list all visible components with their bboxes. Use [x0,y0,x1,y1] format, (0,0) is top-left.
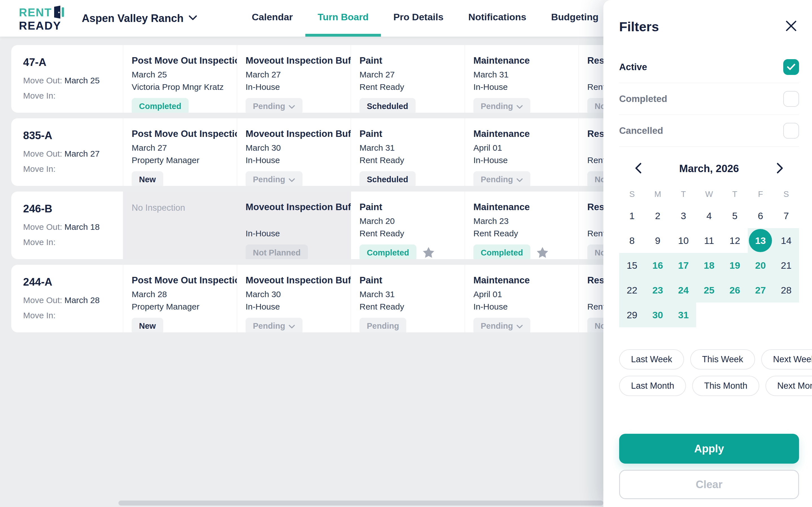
task-date [587,70,603,80]
quick-range-last-week[interactable]: Last Week [619,349,684,370]
unit-title: 47-A [23,56,123,68]
star-icon[interactable] [537,247,548,259]
calendar-day-30[interactable]: 30 [645,302,670,327]
calendar-day-22[interactable]: 22 [619,278,645,302]
chevron-down-icon [516,175,523,184]
quick-range-next-week[interactable]: Next Week [761,349,812,370]
calendar-day-2[interactable]: 2 [645,203,670,228]
calendar-empty-cell [722,302,748,327]
checkbox-completed[interactable] [783,91,799,107]
tab-turn-board[interactable]: Turn Board [305,0,381,37]
task-badge-row: New [132,171,237,186]
calendar-day-25[interactable]: 25 [696,278,722,302]
calendar-day-7[interactable]: 7 [773,203,799,228]
quick-range-next-month[interactable]: Next Month [765,376,812,396]
move-out-line: Move Out:March 28 [23,295,123,305]
calendar-day-19[interactable]: 19 [722,253,748,278]
move-in-label: Move In: [23,311,56,320]
calendar-day-12[interactable]: 12 [722,228,748,253]
status-badge-pending[interactable]: Pending [246,171,303,186]
status-badge-pending[interactable]: Pending [473,318,530,332]
task-date [246,216,351,226]
chevron-down-icon [289,321,295,331]
task-cell-paint: PaintMarch 31Rent ReadyPending [351,265,465,332]
star-icon[interactable] [423,247,435,259]
tab-calendar[interactable]: Calendar [239,0,305,37]
status-badge-pending[interactable]: Pending [473,171,530,186]
quick-range-this-month[interactable]: This Month [692,376,759,396]
property-selector[interactable]: Aspen Valley Ranch [82,12,197,24]
calendar-day-20[interactable]: 20 [748,253,773,278]
task-vendor: Rent Ready [359,82,465,93]
calendar-day-14[interactable]: 14 [773,228,799,253]
unit-card-246-b[interactable]: 246-BMove Out:March 18Move In: [11,191,123,259]
task-title: Moveout Inspection Buffer [246,128,351,139]
unit-card-244-a[interactable]: 244-AMove Out:March 28Move In: [11,265,123,332]
calendar-day-29[interactable]: 29 [619,302,645,327]
calendar-day-15[interactable]: 15 [619,253,645,278]
move-out-date: March 25 [64,76,100,85]
calendar-day-11[interactable]: 11 [696,228,722,253]
task-date: March 31 [359,143,465,153]
main-nav: CalendarTurn BoardPro DetailsNotificatio… [239,0,611,37]
unit-card-47-a[interactable]: 47-AMove Out:March 25Move In: [11,45,123,113]
filter-option-completed[interactable]: Completed [619,83,799,115]
calendar-day-31[interactable]: 31 [670,302,696,327]
horizontal-scrollbar[interactable] [118,501,603,506]
calendar-day-10[interactable]: 10 [670,228,696,253]
calendar-day-24[interactable]: 24 [670,278,696,302]
quick-range-this-week[interactable]: This Week [690,349,755,370]
calendar-day-28[interactable]: 28 [773,278,799,302]
task-vendor: In-House [246,229,351,239]
task-vendor: In-House [246,156,351,166]
task-cell-maintenance: MaintenanceApril 01In-HousePending [465,265,578,332]
unit-card-835-a[interactable]: 835-AMove Out:March 27Move In: [11,118,123,186]
checkbox-active[interactable] [783,59,799,75]
calendar-next-icon[interactable] [774,160,786,177]
status-badge-completed: Completed [132,98,189,113]
status-badge-pending[interactable]: Pending [473,98,530,113]
calendar-prev-icon[interactable] [631,160,645,177]
calendar-day-9[interactable]: 9 [645,228,670,253]
status-badge-pending[interactable]: Pending [246,318,303,332]
task-date [587,216,603,226]
calendar-day-27[interactable]: 27 [748,278,773,302]
calendar-day-13[interactable]: 13 [748,228,773,253]
status-badge-pending[interactable]: Pending [246,98,303,113]
calendar-day-6[interactable]: 6 [748,203,773,228]
calendar-day-5[interactable]: 5 [722,203,748,228]
apply-button[interactable]: Apply [619,434,799,464]
calendar-day-8[interactable]: 8 [619,228,645,253]
task-vendor: Property Manager [132,302,237,312]
tab-pro-details[interactable]: Pro Details [381,0,456,37]
filter-option-cancelled[interactable]: Cancelled [619,115,799,147]
task-vendor: Rent [587,229,603,239]
task-cell-res: ResRentNot [578,191,603,259]
move-out-date: March 18 [64,222,100,231]
task-badge-row: Pending [473,171,578,186]
checkbox-cancelled[interactable] [783,123,799,138]
quick-range-last-month[interactable]: Last Month [619,376,686,396]
tab-budgeting[interactable]: Budgeting [539,0,611,37]
calendar-day-17[interactable]: 17 [670,253,696,278]
task-cell-res: ResRentNot [578,118,603,186]
clear-button[interactable]: Clear [619,470,799,499]
weekday-label: S [773,189,799,199]
close-icon[interactable] [783,18,799,35]
calendar-day-21[interactable]: 21 [773,253,799,278]
calendar-week: 1234567 [619,203,799,228]
move-out-label: Move Out: [23,76,62,85]
task-cell-moveout-inspection-buffer: Moveout Inspection BufferMarch 30In-Hous… [237,265,351,332]
calendar-day-4[interactable]: 4 [696,203,722,228]
task-cell-moveout-inspection-buffer: Moveout Inspection BufferMarch 27In-Hous… [237,45,351,113]
door-icon [54,6,64,19]
board-row-246-b: 246-BMove Out:March 18Move In:No Inspect… [11,191,603,259]
filter-option-active[interactable]: Active [619,51,799,83]
calendar-day-26[interactable]: 26 [722,278,748,302]
calendar-day-23[interactable]: 23 [645,278,670,302]
calendar-day-16[interactable]: 16 [645,253,670,278]
calendar-day-3[interactable]: 3 [670,203,696,228]
calendar-day-18[interactable]: 18 [696,253,722,278]
tab-notifications[interactable]: Notifications [456,0,539,37]
calendar-day-1[interactable]: 1 [619,203,645,228]
